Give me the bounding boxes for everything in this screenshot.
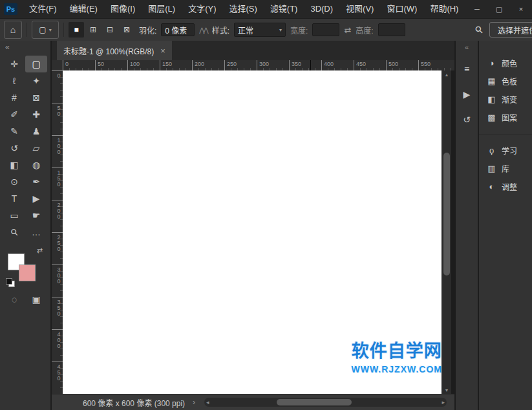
edit-toolbar-icon[interactable]: … [25, 224, 47, 241]
zoom-tool[interactable]: ⚲ [3, 224, 25, 241]
canvas[interactable]: 软件自学网 WWW.RJZXW.COM [63, 70, 442, 394]
menu-item[interactable]: 编辑(E) [63, 0, 104, 18]
tool-preset-picker[interactable]: ▢ ▾ [32, 21, 59, 39]
menu-item[interactable]: 滤镜(T) [264, 0, 304, 18]
history-brush-tool[interactable]: ↺ [3, 140, 25, 156]
magic-wand-tool[interactable]: ✦ [25, 72, 47, 89]
intersect-selection-icon[interactable]: ⊠ [119, 22, 134, 38]
eyedropper-tool[interactable]: ✐ [3, 106, 25, 123]
pen-tool[interactable]: ✒ [25, 173, 47, 190]
default-colors-icon[interactable] [6, 278, 15, 287]
panel-icon: ▩ [487, 113, 496, 122]
vertical-scroll-thumb[interactable] [443, 153, 450, 275]
close-button[interactable]: × [510, 0, 532, 18]
ruler-label: 200 [52, 200, 63, 232]
document-tab[interactable]: 未标题-1 @ 100%(RGB/8) × [57, 41, 172, 60]
selection-mode-buttons: ■⊞⊟⊠ [69, 22, 134, 38]
menu-item[interactable]: 帮助(H) [423, 0, 465, 18]
home-button[interactable]: ⌂ [4, 21, 22, 39]
toolbar-collapse-icon[interactable]: « [0, 41, 50, 56]
scroll-right-icon[interactable]: ▸ [442, 398, 445, 407]
ruler-label: 450 [354, 60, 386, 70]
panel-learn[interactable]: ϙ 学习 [479, 141, 532, 159]
close-icon[interactable]: × [160, 46, 165, 56]
ruler-label: 350 [52, 297, 63, 329]
menu-item[interactable]: 选择(S) [222, 0, 263, 18]
screen-mode-icon[interactable]: ▣ [25, 291, 47, 308]
subtract-from-selection-icon[interactable]: ⊟ [102, 22, 118, 38]
restore-button[interactable]: ▢ [488, 0, 510, 18]
move-tool[interactable]: ✛ [3, 56, 25, 72]
new-selection-icon[interactable]: ■ [69, 22, 84, 38]
properties-panel-icon[interactable]: ≡ [458, 59, 476, 79]
path-selection-tool[interactable]: ▶ [25, 190, 47, 207]
panel-label: 学习 [502, 145, 517, 156]
dodge-tool[interactable]: ⊙ [3, 173, 25, 190]
frame-tool[interactable]: ⊠ [25, 89, 47, 106]
gradient-tool[interactable]: ◧ [3, 156, 25, 173]
width-input[interactable] [312, 23, 339, 36]
clone-stamp-tool[interactable]: ♟ [25, 123, 47, 140]
hand-tool[interactable]: ☛ [25, 207, 47, 224]
menu-list: 文件(F)编辑(E)图像(I)图层(L)文字(Y)选择(S)滤镜(T)3D(D)… [23, 0, 465, 18]
quick-mask-icon[interactable]: ◌ [3, 291, 25, 308]
spot-healing-brush-tool[interactable]: ✚ [25, 106, 47, 123]
height-input[interactable] [378, 23, 405, 36]
watermark: 软件自学网 WWW.RJZXW.COM [351, 337, 442, 374]
document-tab-bar: 未标题-1 @ 100%(RGB/8) × [52, 41, 454, 60]
actions-panel-icon[interactable]: ▶ [458, 85, 476, 104]
scroll-down-icon[interactable]: ▼ [442, 386, 451, 394]
rail-collapse-icon[interactable]: « [465, 41, 469, 54]
search-icon[interactable]: ⚲ [471, 21, 487, 38]
photoshop-logo: Ps [4, 3, 17, 15]
status-chevron-icon[interactable]: › [193, 398, 195, 407]
menu-item[interactable]: 图层(L) [142, 0, 182, 18]
ruler-label: 300 [52, 264, 63, 297]
ruler-label: 50 [95, 60, 127, 70]
panel-label: 色板 [502, 76, 517, 87]
ruler-corner[interactable] [52, 60, 63, 70]
panel-libraries[interactable]: ▥ 库 [479, 159, 532, 177]
brush-tool[interactable]: ✎ [3, 123, 25, 140]
style-label: 样式: [212, 25, 229, 36]
scroll-left-icon[interactable]: ◂ [206, 398, 209, 407]
swap-colors-icon[interactable]: ⇄ [37, 246, 43, 255]
add-to-selection-icon[interactable]: ⊞ [85, 22, 101, 38]
panel-patterns[interactable]: ▩ 图案 [479, 108, 532, 126]
select-and-mask-button[interactable]: 选择并遮住... [489, 22, 532, 38]
menu-item[interactable]: 窗口(W) [380, 0, 423, 18]
style-select[interactable]: 正常 ▾ [234, 23, 286, 37]
panel-swatches[interactable]: ▦ 色板 [479, 72, 532, 90]
anti-alias-icon[interactable]: ⋀⋀ [199, 27, 207, 34]
menu-item[interactable]: 文件(F) [23, 0, 63, 18]
menu-item[interactable]: 视图(V) [339, 0, 380, 18]
panel-color[interactable]: ◑ 颜色 [479, 54, 532, 72]
menu-item[interactable]: 图像(I) [104, 0, 142, 18]
feather-input[interactable] [161, 23, 195, 36]
document-area: 未标题-1 @ 100%(RGB/8) × 050100150200250300… [52, 41, 454, 410]
vertical-scrollbar[interactable]: ▲ ▼ [442, 70, 451, 394]
ruler-cursor-marker [310, 60, 311, 70]
ruler-label: 400 [52, 329, 63, 361]
menu-item[interactable]: 文字(Y) [182, 0, 222, 18]
feather-label: 羽化: [139, 25, 156, 36]
crop-tool[interactable]: # [3, 89, 25, 106]
chevron-down-icon: ▾ [49, 27, 52, 33]
background-color[interactable] [19, 264, 36, 281]
panel-gradients[interactable]: ◧ 渐变 [479, 90, 532, 108]
history-panel-icon[interactable]: ↺ [458, 110, 476, 129]
type-tool[interactable]: T [3, 190, 25, 207]
scroll-up-icon[interactable]: ▲ [442, 70, 451, 78]
panel-adjustments[interactable]: ◐ 调整 [479, 177, 532, 195]
horizontal-scrollbar[interactable]: ◂ ▸ [204, 398, 447, 407]
menu-item[interactable]: 3D(D) [304, 0, 339, 18]
swap-dimensions-icon[interactable]: ⇄ [344, 25, 351, 35]
lasso-tool[interactable]: ℓ [3, 72, 25, 89]
rectangle-tool[interactable]: ▭ [3, 207, 25, 224]
rectangular-marquee-tool[interactable]: ▢ [25, 56, 47, 72]
pasteboard: 软件自学网 WWW.RJZXW.COM [63, 70, 442, 394]
eraser-tool[interactable]: ▱ [25, 140, 47, 156]
minimize-button[interactable]: ─ [466, 0, 488, 18]
horizontal-scroll-thumb[interactable] [277, 399, 352, 405]
blur-tool[interactable]: ◍ [25, 156, 47, 173]
